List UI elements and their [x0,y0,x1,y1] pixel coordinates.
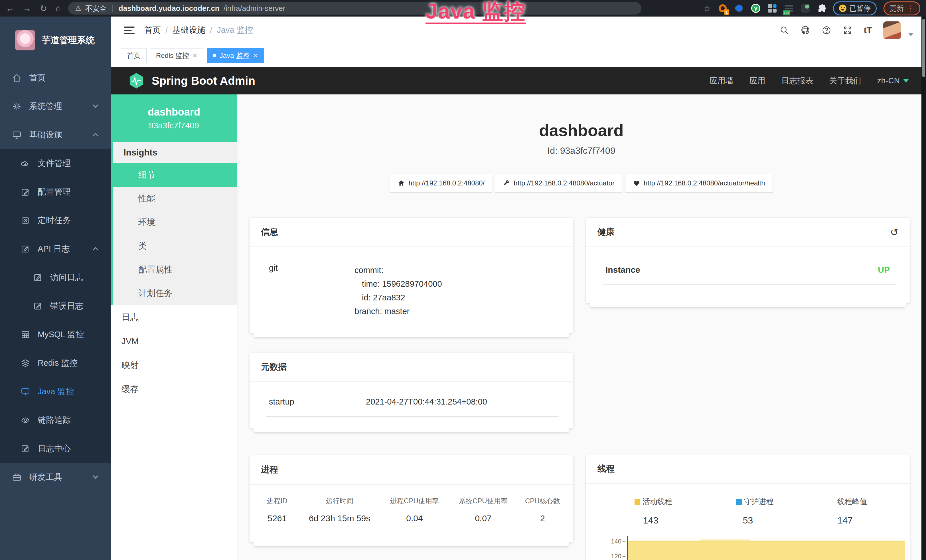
close-icon[interactable]: ✕ [253,52,258,59]
log-icon [33,273,43,282]
sidebar-item-infrastructure[interactable]: 基础设施 [0,121,111,149]
extension-y-icon[interactable]: y [751,3,761,13]
threads-chart: 140 120 100 [586,536,910,560]
chevron-up-icon [93,247,98,253]
sidebar-item-error-logs[interactable]: 错误日志 [0,292,111,320]
sba-item-classes[interactable]: 类 [113,234,237,258]
sba-item-environment[interactable]: 环境 [113,210,237,234]
card-title: 元数据 [261,361,287,373]
sidebar-item-mysql-monitor[interactable]: MySQL 监控 [0,320,111,349]
sba-item-metrics[interactable]: 性能 [113,187,237,210]
card-title: 信息 [261,226,278,238]
tab-java-monitor[interactable]: Java 监控 ✕ [207,48,264,63]
sba-item-config-props[interactable]: 配置属性 [113,258,237,282]
info-key: git [269,263,354,318]
status-badge: UP [878,265,890,275]
chart-legend-values: 143 53 147 [586,507,910,526]
home-icon[interactable]: ⌂ [56,3,61,13]
sidebar-item-dev-tools[interactable]: 研发工具 [0,463,111,492]
reload-icon[interactable]: ↻ [40,3,47,14]
screen: ← → ↻ ⌂ ⚠ 不安全 dashboard.yudao.iocoder.cn… [0,0,926,560]
tab-home[interactable]: 首页 [121,48,147,63]
history-icon[interactable]: ↺ [890,227,899,238]
paused-extension-pill[interactable]: 已暂停 [833,2,877,15]
sidebar-item-java-monitor[interactable]: Java 监控 [0,377,111,406]
cpu-cores-value: 2 [517,513,567,523]
sba-brand[interactable]: Spring Boot Admin [128,72,255,89]
update-button[interactable]: 更新 ⋮ [884,2,920,15]
sba-nav-wallboard[interactable]: 应用墙 [710,75,734,86]
kebab-menu-icon[interactable]: ⋮ [906,4,914,13]
instance-links: http://192.168.0.2:48080/ http://192.168… [237,174,926,192]
sidebar-item-scheduled-jobs[interactable]: 定时任务 [0,206,111,235]
chevron-down-icon[interactable] [908,33,914,36]
sba-item-jvm[interactable]: JVM [111,329,237,353]
actuator-url-button[interactable]: http://192.168.0.2:48080/actuator [495,174,622,192]
sba-nav-applications[interactable]: 应用 [749,75,766,86]
app-logo-row[interactable]: 芋道管理系统 [0,17,111,64]
url-path[interactable]: /infra/admin-server [224,4,286,13]
sidebar-item-home[interactable]: 首页 [0,64,111,92]
security-label[interactable]: 不安全 [85,4,107,13]
chevron-down-icon [903,79,909,82]
close-icon[interactable]: ✕ [192,52,197,59]
extension-ring-icon[interactable]: 1 [718,3,728,13]
sba-main: dashboard Id: 93a3fc7f7409 http://192.16… [237,94,926,560]
chevron-up-icon [93,133,98,139]
sidebar-item-file-mgmt[interactable]: 文件管理 [0,149,111,178]
sidebar-item-system-mgmt[interactable]: 系统管理 [0,92,111,121]
fullscreen-icon[interactable] [843,26,852,35]
collapse-menu-icon[interactable] [124,24,135,36]
extension-leaf-icon[interactable] [800,3,810,13]
sba-item-logs[interactable]: 日志 [111,305,237,329]
sba-item-mappings[interactable]: 映射 [111,353,237,377]
insights-label: Insights [113,142,237,163]
sidebar-item-config-mgmt[interactable]: 配置管理 [0,178,111,206]
threads-card: 线程 活动线程 守护进程 线程峰值 143 53 147 [586,454,910,560]
sidebar-item-log-center[interactable]: 日志中心 [0,434,111,463]
sba-nav-journal[interactable]: 日志报表 [781,75,813,86]
avatar[interactable] [883,21,901,39]
sba-item-scheduled-tasks[interactable]: 计划任务 [113,282,237,305]
metadata-card: 元数据 startup 2021-04-27T00:44:31.254+08:0… [250,353,573,428]
sba-header: Spring Boot Admin 应用墙 应用 日志报表 关于我们 zh-CN [111,67,926,94]
bookmark-star-icon[interactable]: ☆ [703,3,711,14]
breadcrumb-home[interactable]: 首页 [144,24,161,36]
daemon-threads-value: 53 [743,515,753,526]
github-icon[interactable] [800,26,810,35]
tags-bar: 首页 Redis 监控 ✕ Java 监控 ✕ [111,44,926,67]
info-value: commit: time: 1596289704000 id: 27aa832 … [354,263,556,318]
insights-section: Insights 细节 性能 环境 类 配置属性 计划任务 [111,142,237,305]
scrollbar-thumb[interactable] [922,19,925,77]
health-card: 健康 ↺ Instance UP [586,218,910,303]
update-label: 更新 [890,4,904,13]
breadcrumb-infra[interactable]: 基础设施 [172,24,205,36]
browser-scrollbar[interactable] [921,17,926,560]
address-bar[interactable]: ⚠ 不安全 dashboard.yudao.iocoder.cn /infra/… [68,2,642,15]
sidebar-item-api-logs[interactable]: API 日志 [0,235,111,263]
health-url-button[interactable]: http://192.168.0.2:48080/actuator/health [625,174,773,192]
instance-id-line: Id: 93a3fc7f7409 [237,145,926,156]
service-url-button[interactable]: http://192.168.0.2:48080/ [390,174,492,192]
log-icon [21,244,30,254]
sidebar-item-tracing[interactable]: 链路追踪 [0,406,111,434]
sba-item-caches[interactable]: 缓存 [111,377,237,401]
puzzle-extensions-icon[interactable] [817,4,826,13]
search-icon[interactable] [779,26,789,35]
language-selector[interactable]: zh-CN [877,76,909,85]
help-icon[interactable] [822,26,831,35]
sidebar-item-access-logs[interactable]: 访问日志 [0,263,111,292]
forward-icon[interactable]: → [23,3,31,13]
extension-list-icon[interactable]: on [784,3,794,13]
sba-instance-header[interactable]: dashboard 93a3fc7f7409 [111,94,237,142]
back-icon[interactable]: ← [6,3,14,13]
extension-grid-icon[interactable] [767,3,777,13]
chevron-down-icon [93,102,98,108]
extension-pin-icon[interactable] [734,3,744,13]
url-host[interactable]: dashboard.yudao.iocoder.cn [119,4,219,13]
sidebar-item-redis-monitor[interactable]: Redis 监控 [0,349,111,377]
tab-redis-monitor[interactable]: Redis 监控 ✕ [150,48,203,63]
font-size-icon[interactable]: tT [864,26,872,35]
sba-nav-about[interactable]: 关于我们 [829,75,861,86]
sba-item-details[interactable]: 细节 [113,163,237,187]
